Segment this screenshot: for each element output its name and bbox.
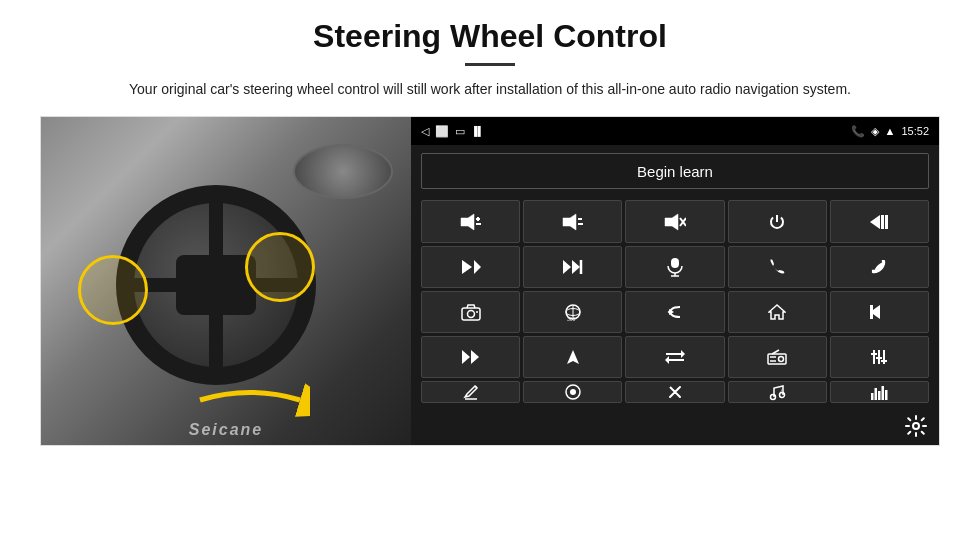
vol-up-button[interactable] (421, 200, 520, 242)
svg-rect-60 (878, 391, 881, 400)
status-left-icons: ◁ ⬜ ▭ ▐▌ (421, 125, 484, 138)
svg-marker-36 (567, 350, 579, 364)
svg-marker-18 (572, 260, 580, 274)
skip-next-button[interactable] (421, 246, 520, 288)
status-right-icons: 📞 ◈ ▲ 15:52 (851, 125, 929, 138)
home-button[interactable] (728, 291, 827, 333)
sim-icon: ▐▌ (471, 126, 484, 136)
swap-button[interactable] (625, 336, 724, 378)
svg-rect-20 (671, 258, 679, 268)
svg-rect-58 (871, 393, 874, 400)
svg-marker-40 (665, 356, 669, 364)
phone-call-button[interactable] (728, 246, 827, 288)
settings-row (411, 409, 939, 445)
home-nav-icon: ⬜ (435, 125, 449, 138)
seicane-watermark: Seicane (189, 421, 263, 439)
svg-marker-16 (474, 260, 481, 274)
360-view-button[interactable]: 360° (523, 291, 622, 333)
svg-marker-5 (563, 214, 576, 230)
recents-nav-icon: ▭ (455, 125, 465, 138)
svg-point-54 (570, 389, 576, 395)
prev-button[interactable] (830, 200, 929, 242)
title-divider (465, 63, 515, 66)
bluetooth-button[interactable] (625, 381, 724, 403)
settings-icon[interactable] (901, 411, 931, 441)
svg-rect-33 (870, 305, 873, 319)
ui-panel: ◁ ⬜ ▭ ▐▌ 📞 ◈ ▲ 15:52 Begin learn (411, 117, 939, 445)
svg-rect-12 (881, 215, 884, 229)
svg-marker-17 (563, 260, 571, 274)
seek-ff-button[interactable] (523, 246, 622, 288)
svg-point-42 (779, 357, 784, 362)
steering-wheel-photo: Seicane (41, 117, 411, 445)
svg-rect-13 (885, 215, 888, 229)
back-button[interactable] (625, 291, 724, 333)
music-button[interactable]: ♪ (728, 381, 827, 403)
main-page: Steering Wheel Control Your original car… (0, 0, 980, 546)
fast-fwd-button[interactable] (421, 336, 520, 378)
image-area: Seicane ◁ ⬜ ▭ ▐▌ 📞 ◈ ▲ 15:52 (40, 116, 940, 446)
control-grid: 360° (411, 197, 939, 409)
vol-down-button[interactable] (523, 200, 622, 242)
radio-button[interactable] (728, 336, 827, 378)
svg-point-24 (467, 311, 474, 318)
svg-text:360°: 360° (567, 316, 577, 321)
svg-point-56 (780, 393, 785, 398)
svg-point-55 (771, 395, 776, 400)
highlight-circle-right (245, 232, 315, 302)
svg-rect-59 (875, 388, 878, 400)
wheel-hub (176, 255, 256, 315)
page-subtitle: Your original car's steering wheel contr… (129, 78, 851, 100)
back-nav-icon: ◁ (421, 125, 429, 138)
record-button[interactable] (523, 381, 622, 403)
svg-marker-1 (461, 214, 474, 230)
arrow-icon (190, 375, 310, 425)
power-button[interactable] (728, 200, 827, 242)
nav-button[interactable] (523, 336, 622, 378)
svg-marker-31 (769, 305, 785, 319)
camera-button[interactable] (421, 291, 520, 333)
dashboard-gauge (293, 144, 393, 199)
hang-up-button[interactable] (830, 246, 929, 288)
svg-rect-62 (885, 390, 888, 400)
skip-back-button[interactable] (830, 291, 929, 333)
highlight-circle-left (78, 255, 148, 325)
status-bar: ◁ ⬜ ▭ ▐▌ 📞 ◈ ▲ 15:52 (411, 117, 939, 145)
begin-learn-row: Begin learn (411, 145, 939, 197)
svg-marker-38 (681, 350, 685, 358)
mic-button[interactable] (625, 246, 724, 288)
mute-button[interactable] (625, 200, 724, 242)
svg-point-63 (913, 423, 919, 429)
svg-marker-8 (665, 214, 678, 230)
svg-line-51 (475, 386, 477, 388)
clock: 15:52 (901, 125, 929, 137)
edit-button[interactable] (421, 381, 520, 403)
svg-rect-61 (882, 386, 885, 400)
signal-icon: ▲ (885, 125, 896, 137)
spectrum-button[interactable] (830, 381, 929, 403)
wifi-icon: ◈ (871, 125, 879, 138)
page-title: Steering Wheel Control (313, 18, 667, 55)
svg-marker-11 (870, 215, 880, 229)
equalizer-button[interactable] (830, 336, 929, 378)
svg-marker-35 (471, 350, 479, 364)
svg-marker-14 (462, 260, 472, 274)
phone-status-icon: 📞 (851, 125, 865, 138)
svg-marker-34 (462, 350, 470, 364)
begin-learn-button[interactable]: Begin learn (421, 153, 929, 189)
